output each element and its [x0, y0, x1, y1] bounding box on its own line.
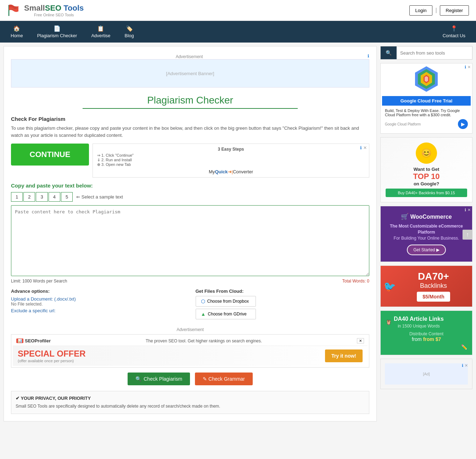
owl-icon: 🦉: [386, 319, 392, 325]
da40-content: 🦉 DA40 Article Links in 1500 Unique Word…: [381, 311, 472, 355]
check-grammar-button[interactable]: ✎ Check Grammar: [195, 373, 253, 385]
scroll-up-button[interactable]: ↑: [463, 230, 472, 240]
contact-icon: 📍: [450, 25, 458, 32]
gc-body-text: Build, Test & Deploy With Ease. Try Goog…: [385, 108, 460, 117]
nav-item-advertise[interactable]: 📋 Advertise: [84, 21, 117, 43]
register-button[interactable]: Register: [440, 5, 469, 16]
nav-label-blog: Blog: [125, 33, 134, 38]
continue-btn-area: CONTINUE: [11, 144, 89, 178]
advance-options-title: Advance options:: [11, 289, 185, 294]
logo-small: Small: [24, 4, 45, 12]
sample-tab-3[interactable]: 3: [36, 192, 47, 202]
upload-doc-link[interactable]: Upload a Document: (.docx/.txt): [11, 296, 76, 302]
nav-item-home[interactable]: 🏠 Home: [4, 21, 30, 43]
ad-close-button[interactable]: ✕: [357, 338, 364, 343]
da40-distribute-area: Distribute Content from from $7: [386, 331, 467, 342]
check-plagiarism-label: Check Plagiarism: [144, 376, 182, 382]
search-input[interactable]: [397, 46, 472, 59]
da70-sub: Backlinks: [400, 282, 467, 290]
bottom-ad-banner: 📊 SEOProfiler The proven SEO tool. Get h…: [11, 334, 369, 368]
exclude-url-link[interactable]: Exclude a specific url:: [11, 308, 185, 313]
nav-label-advertise: Advertise: [91, 33, 110, 38]
nav-item-contact[interactable]: 📍 Contact Us: [436, 21, 472, 43]
gc-close-icon[interactable]: ✕: [467, 65, 471, 69]
section-description: To use this plagiarism checker, please c…: [11, 125, 369, 139]
logo-seo: SEO: [45, 4, 61, 12]
google-hexagon: [382, 65, 471, 93]
ad-info-icon2[interactable]: ℹ: [360, 145, 362, 150]
total-words: Total Words: 0: [342, 279, 369, 284]
da70-text-area: DA70+ Backlinks $5/Month: [400, 271, 467, 302]
ad-converter-brand: MyQuick➜|Converter: [97, 169, 365, 174]
search-icon-btn: 🔍: [135, 376, 141, 382]
da70-title: DA70+: [400, 271, 467, 282]
main-layout: Advertisement ℹ [Advertisement Banner] P…: [0, 43, 476, 425]
svg-marker-5: [425, 76, 428, 82]
top-ad-banner: [Advertisement Banner]: [11, 59, 369, 88]
top-ad-area: Advertisement ℹ [Advertisement Banner]: [11, 54, 369, 88]
continue-button[interactable]: CONTINUE: [11, 144, 89, 166]
header-separator: |: [435, 7, 437, 13]
try-now-button[interactable]: Try it now!: [325, 349, 363, 362]
advertise-icon: 📋: [97, 25, 104, 32]
textarea-footer: Limit: 1000 Words per Search Total Words…: [11, 279, 369, 284]
sidebar: 🔍 ℹ ✕ Google Cloud: [380, 46, 472, 421]
offer-sub-text: (offer available once per person): [18, 359, 86, 363]
get-files-title: Get Files From Cloud:: [196, 289, 370, 294]
brand-arrow: ➜|: [228, 169, 233, 174]
pencil-icon: ✏️: [461, 344, 467, 350]
special-offer-text-area: SPECIAL OFFER (offer available once per …: [18, 349, 86, 363]
word-limit: Limit: 1000 Words per Search: [11, 279, 67, 284]
woo-info-icon[interactable]: ℹ: [465, 208, 466, 212]
seo-profiler-name: SEOProfiler: [25, 338, 51, 343]
da40-ad: 🦉 DA40 Article Links in 1500 Unique Word…: [380, 310, 472, 355]
action-buttons: 🔍 Check Plagiarism ✎ Check Grammar: [11, 373, 369, 385]
woo-ad-content: 🛒 WooCommerce The Most Customizable eCom…: [382, 208, 471, 260]
ad-close-icon[interactable]: ✕: [363, 145, 367, 150]
woo-close-icon[interactable]: ✕: [467, 208, 471, 212]
nav-label-home: Home: [11, 33, 23, 38]
search-button[interactable]: 🔍: [381, 46, 397, 59]
sample-tab-4[interactable]: 4: [49, 192, 60, 202]
logo-tools: Tools: [63, 4, 84, 12]
nav-item-blog[interactable]: 🏷️ Blog: [118, 21, 141, 43]
top10-text: Want to GetTOP 10on Google?: [386, 167, 467, 186]
bottom-ad-close-icon[interactable]: ✕: [465, 363, 468, 368]
logo-icon: [7, 4, 21, 17]
gc-arrow-button[interactable]: ▶: [458, 119, 468, 129]
search-bar: 🔍: [380, 46, 472, 60]
paste-textarea[interactable]: [11, 205, 369, 276]
bottom-ad-info-icon[interactable]: ℹ: [462, 363, 463, 368]
brand-my: My: [209, 169, 215, 174]
seo-profiler-text: The proven SEO tool. Get higher rankings…: [54, 338, 354, 343]
ad-steps-icons: ℹ ✕: [360, 145, 367, 150]
sample-tab-2[interactable]: 2: [23, 192, 35, 202]
dropbox-button[interactable]: ⬡ Choose from Dropbox: [196, 296, 256, 307]
da70-content: 🐦 DA70+ Backlinks $5/Month: [381, 266, 472, 307]
seo-profiler-logo: 📊 SEOProfiler: [16, 338, 51, 343]
top10-cta[interactable]: Buy DA40+ Backlinks from $0.15: [386, 189, 467, 197]
ad-info-icon[interactable]: ℹ: [368, 54, 369, 58]
home-icon: 🏠: [13, 25, 20, 32]
seo-profiler-row: 📊 SEOProfiler The proven SEO tool. Get h…: [13, 336, 368, 346]
nav-item-plagiarism[interactable]: 📄 Plagiarism Checker: [30, 21, 84, 43]
login-button[interactable]: Login: [409, 5, 433, 16]
blog-icon: 🏷️: [126, 25, 133, 32]
nav-label-plagiarism: Plagiarism Checker: [37, 33, 77, 38]
gc-info-icon[interactable]: ℹ: [465, 65, 466, 69]
advance-options-col: Advance options: Upload a Document: (.do…: [11, 289, 185, 321]
brand-converter: Converter: [233, 169, 253, 174]
da70-ad: 🐦 DA70+ Backlinks $5/Month: [380, 265, 472, 307]
woo-sub-text: For Building Your Online Business.: [394, 236, 459, 241]
plagiarism-icon: 📄: [54, 25, 61, 32]
options-row: Advance options: Upload a Document: (.do…: [11, 289, 369, 321]
da40-from-text: from: [412, 336, 423, 342]
sample-tab-1[interactable]: 1: [11, 192, 23, 202]
special-offer-text: SPECIAL OFFER: [18, 349, 86, 359]
ad-label-top: Advertisement: [176, 54, 203, 59]
cloud-options-col: Get Files From Cloud: ⬡ Choose from Drop…: [196, 289, 370, 321]
sample-tab-5[interactable]: 5: [61, 192, 73, 202]
woo-cta-button[interactable]: Get Started ▶: [407, 245, 446, 255]
gdrive-button[interactable]: ▲ Choose from GDrive: [196, 309, 256, 319]
check-plagiarism-button[interactable]: 🔍 Check Plagiarism: [128, 373, 190, 385]
